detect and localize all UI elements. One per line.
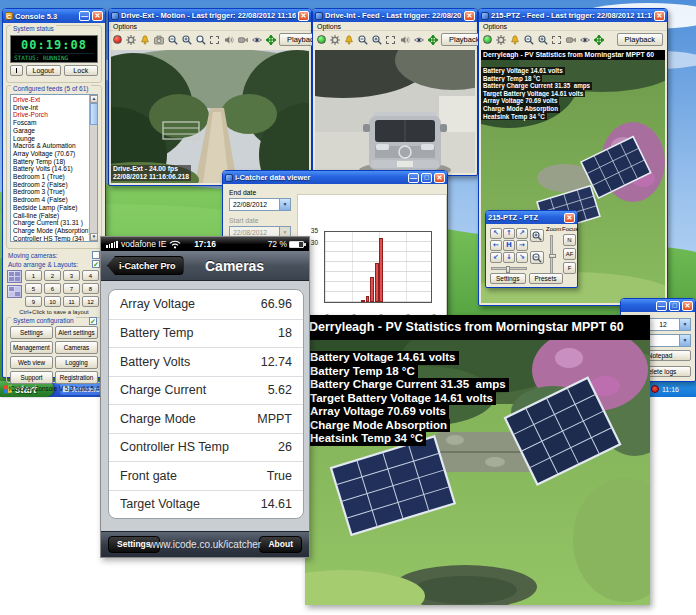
auto-arrange-checkbox[interactable]: ✓	[92, 260, 100, 268]
scrollbar-thumb[interactable]	[90, 103, 98, 125]
layout-number-button[interactable]: 2	[44, 270, 61, 281]
camcorder-icon[interactable]	[237, 34, 248, 45]
maximize-icon[interactable]: □	[669, 301, 680, 311]
chevron-down-icon[interactable]: ▼	[679, 335, 690, 346]
layout-number-button[interactable]: 9	[25, 296, 42, 307]
ptz-zoom-out-button[interactable]	[530, 251, 544, 264]
feed-item[interactable]: Array Voltage (70.67)	[13, 150, 89, 158]
record-icon[interactable]	[113, 35, 122, 44]
moving-cameras-checkbox[interactable]	[92, 251, 100, 259]
audio-icon[interactable]	[223, 34, 234, 45]
feeds-scrollbar[interactable]: ▲ ▼	[89, 95, 97, 241]
zoom-in-icon[interactable]	[371, 34, 382, 45]
layout-number-button[interactable]: 8	[82, 283, 99, 294]
alert-bell-icon[interactable]	[343, 34, 354, 45]
options-menu[interactable]: Options	[113, 23, 137, 30]
minimize-icon[interactable]: —	[79, 11, 90, 21]
crop-region-icon[interactable]	[209, 34, 220, 45]
feed-item[interactable]: Battery Volts (14.61)	[13, 165, 89, 173]
zoom-reset-icon[interactable]	[195, 34, 206, 45]
ptz-left-button[interactable]: ←	[490, 240, 502, 251]
scroll-up-icon[interactable]: ▲	[90, 95, 98, 103]
drive-int-titlebar[interactable]: Drive-Int - Feed - Last trigger: 22/08/2…	[313, 9, 477, 22]
layout-number-button[interactable]: 3	[63, 270, 80, 281]
feed-item[interactable]: Drive-Porch	[13, 111, 89, 119]
config-button[interactable]: Cameras	[55, 341, 98, 354]
zoom-in-icon[interactable]	[181, 34, 192, 45]
feed-item[interactable]: Bedroom 2 (False)	[13, 181, 89, 189]
feed-item[interactable]: Lounge	[13, 135, 89, 143]
close-icon[interactable]: ✕	[654, 11, 665, 21]
config-button[interactable]: Settings	[10, 326, 53, 339]
config-button[interactable]: Alert settings	[55, 326, 98, 339]
feed-item[interactable]: Bedroom 4 (False)	[13, 196, 89, 204]
feed-item[interactable]: Call-line (False)	[13, 212, 89, 220]
zoom-out-icon[interactable]	[523, 34, 534, 45]
chevron-down-icon[interactable]: ▼	[279, 199, 290, 210]
ptz-down-button[interactable]: ↓	[503, 252, 515, 263]
feed-item[interactable]: Drive-Int	[13, 104, 89, 112]
ptz-feed-titlebar[interactable]: 215-PTZ - Feed - Last trigger: 22/08/201…	[479, 9, 667, 22]
table-row[interactable]: Charge Current 5.62	[109, 376, 303, 405]
config-button[interactable]: Web view	[10, 356, 53, 369]
partial-date-select[interactable]: 12 ▼	[645, 318, 691, 331]
minimize-icon[interactable]: —	[656, 301, 667, 311]
ptz-settings-button[interactable]: Settings	[490, 273, 526, 284]
drive-ext-titlebar[interactable]: Drive-Ext - Motion - Last trigger: 22/08…	[109, 9, 311, 22]
chevron-down-icon[interactable]: ▼	[679, 319, 690, 330]
feed-item[interactable]: Macros & Automation	[13, 142, 89, 150]
feed-item[interactable]: Charge Mode (Absorption)	[13, 227, 89, 235]
tray-app-icon[interactable]	[651, 385, 659, 393]
camcorder-icon[interactable]	[565, 34, 576, 45]
config-button[interactable]: Support	[10, 371, 53, 384]
feed-item[interactable]: Controller HS Temp (34)	[13, 235, 89, 242]
eye-icon[interactable]	[413, 34, 424, 45]
table-row[interactable]: Controller HS Temp 26	[109, 433, 303, 462]
gear-icon[interactable]	[329, 34, 340, 45]
ptz-down-left-button[interactable]: ↙	[490, 252, 502, 263]
ptz-control-titlebar[interactable]: 215-PTZ - PTZ ✕	[486, 211, 577, 224]
table-row[interactable]: Front gate True	[109, 461, 303, 490]
zoom-in-icon[interactable]	[537, 34, 548, 45]
playback-button[interactable]: Playback	[617, 33, 663, 46]
layout-grid-icon[interactable]	[7, 270, 22, 283]
layout-number-button[interactable]: 6	[44, 283, 61, 294]
system-configuration-checkbox[interactable]: ✓	[89, 317, 97, 325]
ptz-down-right-button[interactable]: ↘	[516, 252, 528, 263]
zoom-out-icon[interactable]	[357, 34, 368, 45]
feed-item[interactable]: Bedroom 1 (True)	[13, 173, 89, 181]
layout-number-button[interactable]: 12	[82, 296, 99, 307]
table-row[interactable]: Charge Mode MPPT	[109, 404, 303, 433]
alert-bell-icon[interactable]	[509, 34, 520, 45]
maximize-icon[interactable]: □	[421, 173, 432, 183]
ptz-presets-button[interactable]: Presets	[529, 273, 563, 284]
resize-icon[interactable]	[427, 34, 438, 45]
config-button[interactable]: Registration	[55, 371, 98, 384]
snapshot-camera-icon[interactable]	[153, 34, 164, 45]
table-row[interactable]: Array Voltage 66.96	[109, 290, 303, 319]
zoom-out-icon[interactable]	[167, 34, 178, 45]
config-button[interactable]: Management	[10, 341, 53, 354]
close-icon[interactable]: ✕	[92, 11, 103, 21]
eye-icon[interactable]	[251, 34, 262, 45]
minimize-icon[interactable]: —	[408, 173, 419, 183]
crop-region-icon[interactable]	[551, 34, 562, 45]
table-row[interactable]: Battery Volts 12.74	[109, 347, 303, 376]
logout-button[interactable]: Logout	[26, 65, 61, 76]
eye-icon[interactable]	[579, 34, 590, 45]
close-icon[interactable]: ✕	[682, 301, 693, 311]
ptz-up-right-button[interactable]: ↗	[516, 228, 528, 239]
close-icon[interactable]: ✕	[298, 11, 309, 21]
feed-item[interactable]: Garage	[13, 127, 89, 135]
lock-button[interactable]: Lock	[64, 65, 99, 76]
options-menu[interactable]: Options	[483, 23, 507, 30]
partial-second-select[interactable]: ▼	[645, 334, 691, 347]
focus-near-button[interactable]: N	[563, 234, 576, 246]
alert-bell-icon[interactable]	[139, 34, 150, 45]
back-button[interactable]: i-Catcher Pro	[107, 256, 184, 275]
layout-number-button[interactable]: 10	[44, 296, 61, 307]
layout-number-button[interactable]: 1	[25, 270, 42, 281]
ptz-right-button[interactable]: →	[516, 240, 528, 251]
pan-speed-slider[interactable]	[491, 267, 527, 270]
record-icon[interactable]	[317, 35, 326, 44]
